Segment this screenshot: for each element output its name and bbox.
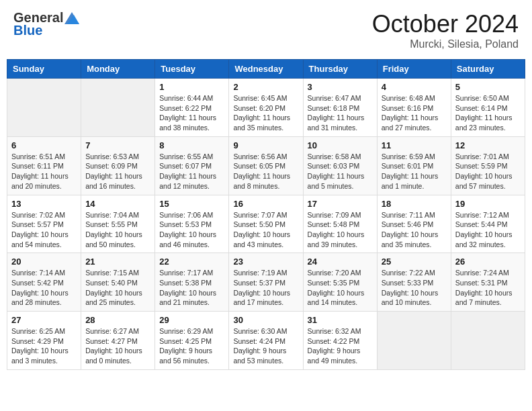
calendar-cell: 13Sunrise: 7:02 AM Sunset: 5:57 PM Dayli… <box>7 195 81 253</box>
day-number: 22 <box>159 257 224 267</box>
day-info: Sunrise: 7:20 AM Sunset: 5:35 PM Dayligh… <box>308 268 373 308</box>
month-title: October 2024 <box>372 10 519 38</box>
day-info: Sunrise: 7:17 AM Sunset: 5:38 PM Dayligh… <box>159 268 224 308</box>
day-number: 26 <box>455 257 521 267</box>
day-info: Sunrise: 7:15 AM Sunset: 5:40 PM Dayligh… <box>85 268 150 308</box>
day-number: 27 <box>11 315 77 325</box>
calendar-cell: 17Sunrise: 7:09 AM Sunset: 5:48 PM Dayli… <box>303 195 377 253</box>
week-row-2: 6Sunrise: 6:51 AM Sunset: 6:11 PM Daylig… <box>7 136 525 195</box>
day-number: 16 <box>233 199 298 209</box>
day-info: Sunrise: 6:44 AM Sunset: 6:22 PM Dayligh… <box>159 93 224 133</box>
day-number: 13 <box>11 199 77 209</box>
calendar-cell: 4Sunrise: 6:48 AM Sunset: 6:16 PM Daylig… <box>377 79 451 137</box>
title-area: October 2024 Murcki, Silesia, Poland <box>372 10 519 50</box>
week-row-1: 1Sunrise: 6:44 AM Sunset: 6:22 PM Daylig… <box>7 79 525 137</box>
day-number: 9 <box>233 140 298 150</box>
calendar-cell: 10Sunrise: 6:58 AM Sunset: 6:03 PM Dayli… <box>303 136 377 195</box>
calendar-cell: 15Sunrise: 7:06 AM Sunset: 5:53 PM Dayli… <box>155 195 229 253</box>
day-info: Sunrise: 7:12 AM Sunset: 5:44 PM Dayligh… <box>455 210 521 250</box>
day-number: 10 <box>308 140 373 150</box>
week-row-3: 13Sunrise: 7:02 AM Sunset: 5:57 PM Dayli… <box>7 195 525 253</box>
week-row-5: 27Sunrise: 6:25 AM Sunset: 4:29 PM Dayli… <box>7 312 525 370</box>
day-info: Sunrise: 7:02 AM Sunset: 5:57 PM Dayligh… <box>11 210 77 250</box>
col-friday: Friday <box>377 60 451 79</box>
day-info: Sunrise: 6:56 AM Sunset: 6:05 PM Dayligh… <box>233 152 298 191</box>
day-info: Sunrise: 6:59 AM Sunset: 6:01 PM Dayligh… <box>382 152 447 191</box>
calendar-cell: 31Sunrise: 6:32 AM Sunset: 4:22 PM Dayli… <box>303 312 377 370</box>
calendar-cell: 22Sunrise: 7:17 AM Sunset: 5:38 PM Dayli… <box>155 253 229 312</box>
day-number: 18 <box>382 199 447 209</box>
calendar-cell: 9Sunrise: 6:56 AM Sunset: 6:05 PM Daylig… <box>229 136 303 195</box>
calendar-cell <box>7 79 81 137</box>
day-number: 15 <box>159 199 224 209</box>
day-info: Sunrise: 7:22 AM Sunset: 5:33 PM Dayligh… <box>382 268 447 308</box>
calendar-cell: 5Sunrise: 6:50 AM Sunset: 6:14 PM Daylig… <box>451 79 525 137</box>
col-thursday: Thursday <box>303 60 377 79</box>
day-number: 14 <box>85 199 150 209</box>
calendar-cell: 7Sunrise: 6:53 AM Sunset: 6:09 PM Daylig… <box>81 136 155 195</box>
day-info: Sunrise: 6:58 AM Sunset: 6:03 PM Dayligh… <box>308 152 373 191</box>
week-row-4: 20Sunrise: 7:14 AM Sunset: 5:42 PM Dayli… <box>7 253 525 312</box>
day-info: Sunrise: 6:25 AM Sunset: 4:29 PM Dayligh… <box>11 326 77 366</box>
day-info: Sunrise: 6:45 AM Sunset: 6:20 PM Dayligh… <box>233 93 298 133</box>
day-number: 6 <box>11 140 77 150</box>
col-tuesday: Tuesday <box>155 60 229 79</box>
day-number: 12 <box>455 140 521 150</box>
day-info: Sunrise: 7:06 AM Sunset: 5:53 PM Dayligh… <box>159 210 224 250</box>
calendar-cell <box>451 312 525 370</box>
calendar-cell: 25Sunrise: 7:22 AM Sunset: 5:33 PM Dayli… <box>377 253 451 312</box>
calendar-table: Sunday Monday Tuesday Wednesday Thursday… <box>7 59 525 370</box>
day-info: Sunrise: 7:19 AM Sunset: 5:37 PM Dayligh… <box>233 268 298 308</box>
logo: General Blue <box>13 10 79 38</box>
location: Murcki, Silesia, Poland <box>372 38 519 50</box>
day-number: 25 <box>382 257 447 267</box>
day-info: Sunrise: 7:14 AM Sunset: 5:42 PM Dayligh… <box>11 268 77 308</box>
calendar-cell: 3Sunrise: 6:47 AM Sunset: 6:18 PM Daylig… <box>303 79 377 137</box>
day-number: 2 <box>233 82 298 92</box>
calendar-cell: 21Sunrise: 7:15 AM Sunset: 5:40 PM Dayli… <box>81 253 155 312</box>
day-number: 4 <box>382 82 447 92</box>
day-number: 21 <box>85 257 150 267</box>
day-info: Sunrise: 7:04 AM Sunset: 5:55 PM Dayligh… <box>85 210 150 250</box>
day-number: 20 <box>11 257 77 267</box>
calendar-cell <box>377 312 451 370</box>
day-number: 28 <box>85 315 150 325</box>
calendar-cell: 24Sunrise: 7:20 AM Sunset: 5:35 PM Dayli… <box>303 253 377 312</box>
calendar-cell: 2Sunrise: 6:45 AM Sunset: 6:20 PM Daylig… <box>229 79 303 137</box>
day-info: Sunrise: 6:32 AM Sunset: 4:22 PM Dayligh… <box>308 326 373 366</box>
day-info: Sunrise: 6:55 AM Sunset: 6:07 PM Dayligh… <box>159 152 224 191</box>
day-number: 30 <box>233 315 298 325</box>
day-info: Sunrise: 7:07 AM Sunset: 5:50 PM Dayligh… <box>233 210 298 250</box>
day-number: 17 <box>308 199 373 209</box>
day-info: Sunrise: 7:11 AM Sunset: 5:46 PM Dayligh… <box>382 210 447 250</box>
calendar-cell: 14Sunrise: 7:04 AM Sunset: 5:55 PM Dayli… <box>81 195 155 253</box>
calendar-cell <box>81 79 155 137</box>
day-number: 19 <box>455 199 521 209</box>
day-info: Sunrise: 6:51 AM Sunset: 6:11 PM Dayligh… <box>11 152 77 191</box>
calendar-cell: 30Sunrise: 6:30 AM Sunset: 4:24 PM Dayli… <box>229 312 303 370</box>
col-monday: Monday <box>81 60 155 79</box>
logo-icon <box>64 12 79 24</box>
day-info: Sunrise: 6:30 AM Sunset: 4:24 PM Dayligh… <box>233 326 298 366</box>
day-number: 3 <box>308 82 373 92</box>
calendar-cell: 28Sunrise: 6:27 AM Sunset: 4:27 PM Dayli… <box>81 312 155 370</box>
calendar-cell: 20Sunrise: 7:14 AM Sunset: 5:42 PM Dayli… <box>7 253 81 312</box>
day-info: Sunrise: 6:50 AM Sunset: 6:14 PM Dayligh… <box>455 93 521 133</box>
calendar-cell: 26Sunrise: 7:24 AM Sunset: 5:31 PM Dayli… <box>451 253 525 312</box>
page-header: General Blue October 2024 Murcki, Silesi… <box>7 7 525 54</box>
day-info: Sunrise: 7:24 AM Sunset: 5:31 PM Dayligh… <box>455 268 521 308</box>
day-info: Sunrise: 7:01 AM Sunset: 5:59 PM Dayligh… <box>455 152 521 191</box>
day-info: Sunrise: 6:47 AM Sunset: 6:18 PM Dayligh… <box>308 93 373 133</box>
day-number: 29 <box>159 315 224 325</box>
calendar-cell: 18Sunrise: 7:11 AM Sunset: 5:46 PM Dayli… <box>377 195 451 253</box>
day-number: 31 <box>308 315 373 325</box>
calendar-header-row: Sunday Monday Tuesday Wednesday Thursday… <box>7 60 525 79</box>
day-number: 8 <box>159 140 224 150</box>
day-info: Sunrise: 6:48 AM Sunset: 6:16 PM Dayligh… <box>382 93 447 133</box>
day-number: 23 <box>233 257 298 267</box>
day-number: 24 <box>308 257 373 267</box>
col-saturday: Saturday <box>451 60 525 79</box>
col-sunday: Sunday <box>7 60 81 79</box>
calendar-cell: 29Sunrise: 6:29 AM Sunset: 4:25 PM Dayli… <box>155 312 229 370</box>
day-info: Sunrise: 6:29 AM Sunset: 4:25 PM Dayligh… <box>159 326 224 366</box>
